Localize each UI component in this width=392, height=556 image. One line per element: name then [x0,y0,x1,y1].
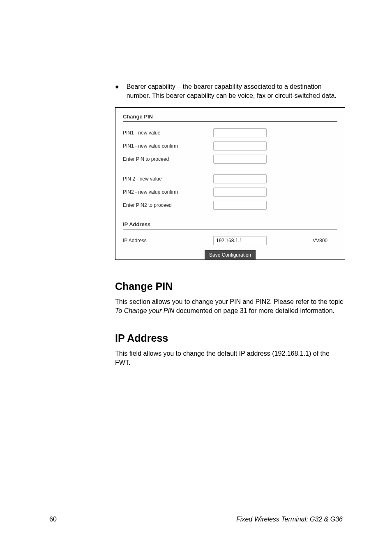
bullet-text: Bearer capability – the bearer capabilit… [127,82,345,100]
pin1-proceed-label: Enter PIN to proceed [123,156,213,162]
footer-title: Fixed Wireless Terminal: G32 & G36 [236,516,343,523]
ip-address-label: IP Address [123,238,213,243]
text-fragment: documented on page 31 for more detailed … [174,307,334,314]
pin1-proceed-input[interactable] [213,155,267,164]
pin2-new-label: PIN 2 - new value [123,176,213,182]
pin1-new-input[interactable] [213,128,267,137]
change-pin-heading: Change PIN [115,280,345,292]
divider [123,229,337,229]
ip-address-section-title: IP Address [123,221,337,227]
page-number: 60 [49,516,57,523]
save-configuration-button[interactable]: Save Configuration [205,250,256,260]
change-pin-paragraph: This section allows you to change your P… [115,297,345,315]
pin1-confirm-label: PIN1 - new value confirm [123,143,213,149]
text-fragment: This section allows you to change your P… [115,298,343,305]
bullet-item: ● Bearer capability – the bearer capabil… [115,82,345,100]
bullet-dot: ● [115,82,119,100]
ip-address-heading: IP Address [115,332,345,344]
page-footer: 60 Fixed Wireless Terminal: G32 & G36 [49,516,343,523]
config-screenshot: Change PIN PIN1 - new value PIN1 - new v… [115,107,345,260]
pin2-confirm-input[interactable] [213,188,267,197]
text-fragment-italic: To Change your PIN [115,307,174,314]
ip-address-paragraph: This field allows you to change the defa… [115,349,345,367]
change-pin-section-title: Change PIN [123,114,337,120]
ip-address-input[interactable] [213,236,267,245]
pin2-proceed-label: Enter PIN2 to proceed [123,202,213,208]
pin2-proceed-input[interactable] [213,201,267,210]
pin1-confirm-input[interactable] [213,141,267,151]
divider [123,121,337,122]
pin1-new-label: PIN1 - new value [123,130,213,136]
model-code: VV800 [313,238,327,243]
pin2-new-input[interactable] [213,174,267,183]
pin2-confirm-label: PIN2 - new value confirm [123,189,213,195]
